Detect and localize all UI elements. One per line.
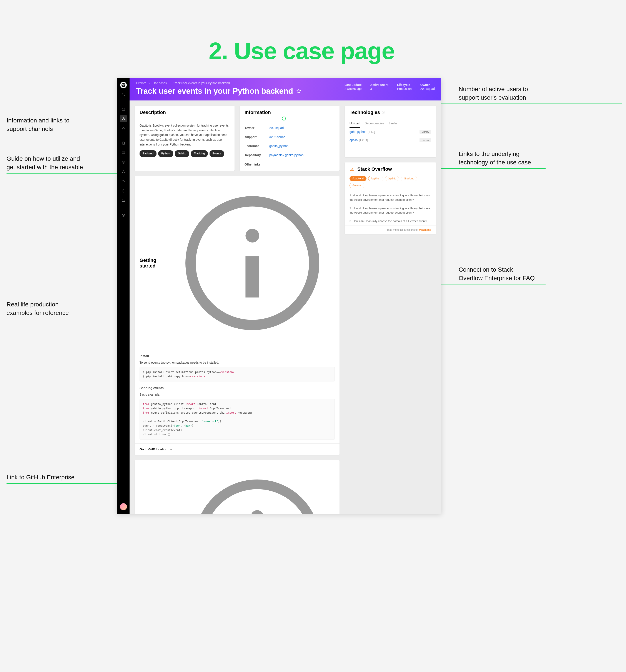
so-question-3[interactable]: 3. How can I manually choose the domain … — [345, 217, 436, 225]
so-tag-tracking[interactable]: #tracking — [401, 176, 417, 181]
annotation-guide: Guide on how to utilize and get started … — [6, 154, 83, 171]
library-icon[interactable] — [120, 149, 127, 156]
info-row-repo: Repositorypayments / gabito-python — [245, 151, 334, 160]
technologies-tabs: Utilized Dependencies Similar — [345, 119, 436, 128]
tech-link-apollo[interactable]: apollo — [350, 138, 357, 142]
tech-item-apollo: apollo[1.41.9] Library — [345, 136, 436, 144]
annotation-active-users: Number of active users to support user's… — [459, 85, 528, 102]
svg-line-2 — [124, 95, 125, 96]
getting-started-heading: Getting started — [140, 258, 168, 269]
cloud-icon[interactable] — [120, 178, 127, 185]
tab-utilized[interactable]: Utilized — [350, 119, 360, 128]
svg-rect-8 — [123, 152, 124, 154]
page-header: Explore › Use cases › Track user events … — [129, 78, 441, 100]
svg-rect-18 — [245, 257, 259, 297]
main-panel: Explore › Use cases › Track user events … — [129, 78, 441, 514]
spotify-logo[interactable] — [120, 82, 127, 88]
svg-point-6 — [124, 129, 125, 129]
explore-icon[interactable] — [120, 115, 127, 122]
technologies-card: Technologies Utilized Dependencies Simil… — [345, 106, 436, 157]
info-icon — [180, 465, 335, 514]
annotation-line-1 — [6, 135, 119, 135]
so-tag-events[interactable]: #events — [350, 183, 364, 188]
description-tags: Backend Python Gabito Tracking Events — [140, 149, 230, 157]
svg-point-1 — [122, 93, 124, 95]
so-question-2[interactable]: 2. How do I implement open-census tracin… — [345, 204, 436, 217]
techdocs-link[interactable]: gabito_python — [269, 144, 289, 148]
search-icon[interactable] — [120, 91, 127, 98]
tag-python[interactable]: Python — [158, 150, 173, 157]
page-title: Track user events in your Python backend — [136, 87, 293, 96]
so-tag-gabito[interactable]: #gabito — [385, 176, 399, 181]
svg-rect-26 — [351, 169, 353, 170]
sending-text: Basic example: — [140, 392, 335, 397]
tag-gabito[interactable]: Gabito — [175, 150, 189, 157]
meta-owner: Owner202-squad — [420, 83, 435, 91]
support-link[interactable]: #202-squad — [269, 135, 285, 139]
svg-point-5 — [122, 129, 123, 129]
svg-point-3 — [122, 117, 125, 120]
info-icon — [382, 111, 385, 114]
slide-title: 2. Use case page — [209, 37, 395, 65]
stackoverflow-card: Stack Overflow #backend #python #gabito … — [345, 163, 436, 234]
svg-rect-9 — [124, 152, 125, 154]
technologies-heading: Technologies — [350, 110, 380, 115]
annotation-ghe: Link to GitHub Enterprise — [6, 473, 75, 481]
so-tag-python[interactable]: #python — [368, 176, 383, 181]
install-heading: Install — [140, 353, 335, 358]
description-card: Description Gabito is Spotify's event co… — [135, 106, 234, 171]
tag-events[interactable]: Events — [209, 150, 224, 157]
stackoverflow-heading: Stack Overflow — [357, 166, 392, 172]
stackoverflow-icon — [350, 167, 355, 172]
gear-icon[interactable] — [120, 159, 127, 166]
svg-rect-25 — [351, 170, 353, 171]
meta-last-update: Last update2 weeks ago — [345, 83, 362, 91]
sidebar — [117, 78, 129, 514]
so-question-1[interactable]: 1. How do I implement open-census tracin… — [345, 191, 436, 204]
tech-item-gabo: gabo-python[1.1.0] Library — [345, 128, 436, 136]
getting-started-card: Getting started Install To send events t… — [135, 176, 340, 455]
header-meta: Last update2 weeks ago Active users3 Lif… — [345, 83, 435, 91]
svg-point-10 — [123, 162, 124, 163]
install-code: $ pip install event-definitions-protos-p… — [140, 367, 335, 381]
tag-tracking[interactable]: Tracking — [191, 150, 207, 157]
svg-rect-24 — [383, 112, 384, 113]
description-heading: Description — [135, 106, 234, 119]
sending-code: from gabito_python.client import GabitoC… — [140, 399, 335, 439]
tab-similar[interactable]: Similar — [389, 119, 398, 128]
annotation-production: Real life production examples for refere… — [6, 300, 69, 317]
install-text: To send events two python packages needs… — [140, 360, 335, 365]
org-icon[interactable] — [120, 125, 127, 132]
so-tag-backend[interactable]: #backend — [350, 176, 367, 181]
svg-point-20 — [251, 510, 264, 514]
breadcrumb-explore[interactable]: Explore — [136, 81, 146, 85]
info-row-techdocs: TechDocsgabito_python — [245, 142, 334, 150]
annotation-line-7 — [432, 284, 546, 285]
so-footer-link[interactable]: Take me to all questions for #backend — [345, 225, 436, 234]
info-row-support: Support#202-squad — [245, 133, 334, 142]
tech-badge: Library — [420, 130, 431, 134]
tab-dependencies[interactable]: Dependencies — [365, 119, 384, 128]
annotation-support-channels: Information and links to support channel… — [6, 116, 70, 133]
user-avatar[interactable] — [120, 503, 127, 510]
star-icon[interactable] — [296, 88, 302, 94]
home-icon[interactable] — [120, 106, 127, 113]
mobile-icon[interactable] — [120, 188, 127, 194]
breadcrumb-current: Track user events in your Python backend — [173, 81, 230, 85]
folder-icon[interactable] — [120, 197, 127, 204]
tech-link-gabo[interactable]: gabo-python — [350, 130, 367, 134]
plus-circle-icon[interactable] — [120, 212, 127, 219]
file-icon[interactable] — [120, 140, 127, 147]
breadcrumb-use-cases[interactable]: Use cases — [153, 81, 167, 85]
tag-backend[interactable]: Backend — [140, 150, 156, 157]
app-window: Explore › Use cases › Track user events … — [117, 78, 441, 514]
ghe-link-1[interactable]: Go to GHE location → — [135, 443, 340, 455]
production-examples-card: Production examples Example 1 Example 2 … — [135, 460, 340, 514]
annotation-stackoverflow: Connection to Stack Overflow Enterprise … — [459, 265, 535, 282]
stackoverflow-tags: #backend #python #gabito #tracking #even… — [345, 176, 436, 191]
chevron-right-icon: › — [170, 81, 171, 85]
information-heading: Information — [240, 106, 340, 119]
owner-link[interactable]: 202-squad — [269, 126, 284, 129]
repo-link[interactable]: payments / gabito-python — [269, 153, 303, 157]
flask-icon[interactable] — [120, 168, 127, 175]
